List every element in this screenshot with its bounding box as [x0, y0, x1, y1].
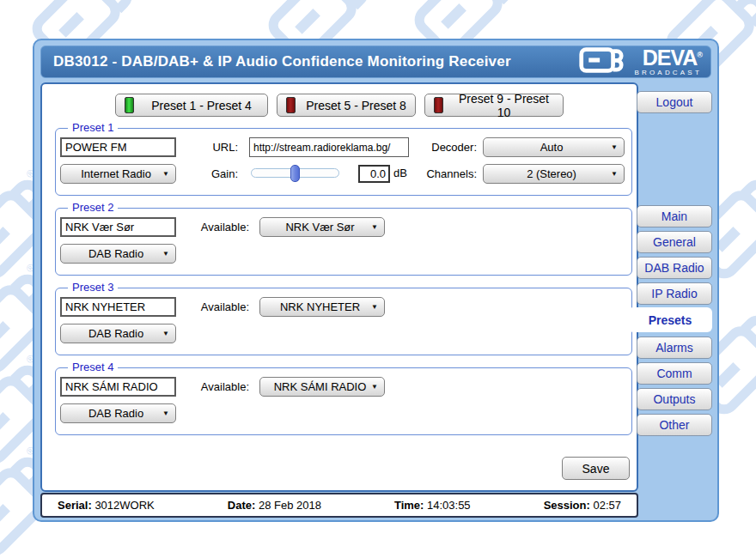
sidebar-item-outputs[interactable]: Outputs — [637, 388, 712, 410]
preset-1-4-led — [125, 97, 134, 113]
tab-preset-1-4[interactable]: Preset 1 - Preset 4 — [115, 94, 268, 117]
preset-4-available-select[interactable]: NRK SÁMI RADIO ▼ — [259, 377, 385, 397]
preset-1-source-select[interactable]: Internet Radio ▼ — [60, 164, 176, 184]
preset-2-group: Preset 2 Available: NRK Vær Sør ▼ DAB Ra… — [55, 208, 632, 276]
preset-2-legend: Preset 2 — [68, 201, 118, 214]
preset-1-group: Preset 1 URL: Decoder: Auto ▼ Internet R… — [55, 128, 632, 196]
sidebar-item-ip-radio[interactable]: IP Radio — [637, 282, 712, 305]
preset-4-legend: Preset 4 — [68, 361, 118, 373]
gain-value-input[interactable] — [358, 165, 390, 183]
chevron-down-icon: ▼ — [371, 223, 384, 231]
chevron-down-icon: ▼ — [371, 303, 384, 311]
gain-slider[interactable] — [251, 168, 339, 178]
url-label: URL: — [193, 141, 238, 154]
preset-5-8-led — [286, 97, 296, 113]
preset-1-decoder-select[interactable]: Auto ▼ — [483, 137, 625, 157]
tab-preset-9-10[interactable]: Preset 9 - Preset 10 — [424, 94, 564, 117]
logout-button[interactable]: Logout — [637, 91, 712, 113]
sidebar-item-main[interactable]: Main — [637, 205, 712, 227]
gain-unit-label: dB — [393, 167, 407, 179]
chevron-down-icon: ▼ — [162, 170, 175, 178]
preset-4-group: Preset 4 Available: NRK SÁMI RADIO ▼ DAB… — [55, 367, 632, 435]
preset-2-available-select[interactable]: NRK Vær Sør ▼ — [259, 217, 385, 237]
preset-3-available-select[interactable]: NRK NYHETER ▼ — [259, 297, 385, 317]
available-label: Available: — [185, 221, 249, 234]
gain-label: Gain: — [193, 167, 238, 180]
decoder-label: Decoder: — [415, 141, 477, 154]
preset-3-group: Preset 3 Available: NRK NYHETER ▼ DAB Ra… — [55, 288, 632, 355]
preset-1-legend: Preset 1 — [68, 121, 118, 134]
sidebar-item-alarms[interactable]: Alarms — [637, 337, 712, 359]
chevron-down-icon: ▼ — [162, 250, 175, 258]
page-title: DB3012 - DAB/DAB+ & IP Audio Confidence … — [53, 53, 511, 70]
sidebar-item-comm[interactable]: Comm — [637, 362, 712, 385]
preset-3-legend: Preset 3 — [68, 281, 118, 294]
chevron-down-icon: ▼ — [371, 383, 384, 391]
save-button[interactable]: Save — [562, 457, 630, 480]
preset-tab-row: Preset 1 - Preset 4 Preset 5 - Preset 8 … — [115, 94, 564, 117]
chevron-down-icon: ▼ — [162, 330, 175, 337]
available-label: Available: — [185, 300, 249, 313]
sidebar-item-other[interactable]: Other — [637, 414, 712, 436]
sidebar-item-presets-active[interactable]: Presets — [628, 307, 712, 332]
serial-status: Serial: 3012WORK — [58, 499, 155, 512]
preset-9-10-led — [434, 97, 443, 113]
status-bar: Serial: 3012WORK Date: 28 Feb 2018 Time:… — [40, 493, 638, 518]
channels-label: Channels: — [415, 167, 477, 180]
preset-3-source-select[interactable]: DAB Radio ▼ — [60, 324, 176, 343]
preset-4-source-select[interactable]: DAB Radio ▼ — [60, 403, 176, 423]
preset-1-url-input[interactable] — [249, 137, 409, 157]
preset-4-name-input[interactable] — [60, 377, 176, 397]
tab-preset-5-8[interactable]: Preset 5 - Preset 8 — [277, 94, 416, 117]
main-content: Preset 1 - Preset 4 Preset 5 - Preset 8 … — [40, 82, 638, 492]
preset-2-name-input[interactable] — [60, 217, 176, 237]
available-label: Available: — [185, 380, 249, 393]
preset-1-channels-select[interactable]: 2 (Stereo) ▼ — [483, 164, 625, 184]
date-status: Date: 28 Feb 2018 — [228, 499, 321, 512]
chevron-down-icon: ▼ — [611, 143, 624, 151]
sidebar-item-general[interactable]: General — [637, 231, 712, 253]
app-window: DB3012 - DAB/DAB+ & IP Audio Confidence … — [33, 39, 719, 522]
preset-1-name-input[interactable] — [60, 137, 176, 157]
sidebar: Logout Main General DAB Radio IP Radio P… — [637, 40, 712, 520]
gain-slider-thumb[interactable] — [290, 165, 300, 182]
title-bar: DB3012 - DAB/DAB+ & IP Audio Confidence … — [40, 45, 711, 78]
session-status: Session: 02:57 — [544, 499, 621, 512]
preset-3-name-input[interactable] — [60, 297, 176, 317]
sidebar-item-dab-radio[interactable]: DAB Radio — [637, 257, 712, 279]
chevron-down-icon: ▼ — [611, 170, 624, 178]
preset-2-source-select[interactable]: DAB Radio ▼ — [60, 244, 176, 264]
db-logo-icon — [576, 47, 630, 73]
chevron-down-icon: ▼ — [162, 409, 175, 417]
time-status: Time: 14:03:55 — [394, 499, 471, 512]
